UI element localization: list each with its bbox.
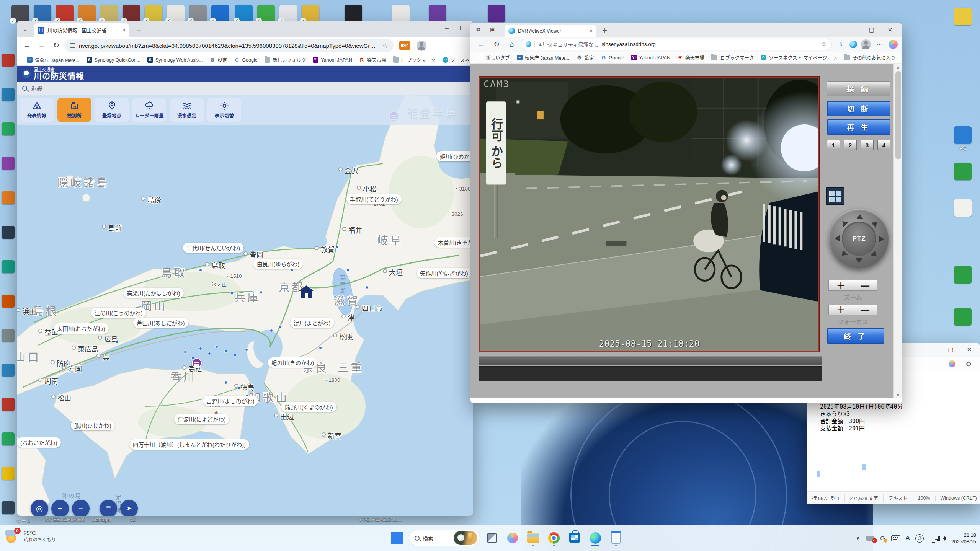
station-dot[interactable] [270, 329, 273, 332]
desktop-app-icon[interactable] [345, 5, 362, 22]
desktop-app-icon[interactable] [2, 467, 15, 480]
scroll-down-icon[interactable]: ∨ [894, 392, 902, 398]
tab-actions-icon[interactable]: ▣ [490, 26, 495, 33]
river-label-chip[interactable]: 由良川(ゆらがわ) [253, 259, 303, 269]
river-label-chip[interactable]: 矢作川(やはぎがわ) [416, 268, 472, 278]
desktop-app-icon[interactable]: ✓ [302, 5, 319, 22]
river-label-chip[interactable]: 芦田川(あしだがわ) [133, 318, 188, 328]
scroll-up-icon[interactable]: ∧ [894, 64, 902, 70]
store-button[interactable] [566, 529, 583, 547]
dvr-home-icon[interactable]: ⌂ [505, 38, 518, 51]
tool-flood-button[interactable]: 浸水想定 [170, 98, 204, 122]
desktop-app-icon[interactable] [2, 260, 15, 273]
bookmark-item[interactable]: R楽天市場 [356, 55, 389, 65]
channel-2-button[interactable]: 2 [844, 140, 857, 150]
desktop-app-icon[interactable] [954, 266, 972, 284]
tool-radar-button[interactable]: レーダー雨量 [132, 98, 166, 122]
desktop-app-icon[interactable] [2, 398, 15, 411]
edge-taskbar-button[interactable] [586, 529, 604, 547]
tool-gear-button[interactable]: 表示切替 [207, 98, 241, 122]
copilot-taskbar-button[interactable] [504, 529, 521, 547]
river-label-chip[interactable]: 太田川(おおたがわ) [54, 323, 109, 334]
reload-icon[interactable]: ↻ [50, 39, 63, 52]
river-label-chip[interactable]: 熊野川(くまのがわ) [281, 402, 336, 412]
zoom-out-button[interactable]: − [72, 500, 90, 516]
desktop-app-icon[interactable] [2, 157, 15, 170]
address-bar[interactable]: river.go.jp/kawabou/mb?zm=8&clat=34.9985… [64, 39, 394, 52]
river-label-chip[interactable]: (おおいたがわ) [17, 437, 61, 448]
ptz-arrow-5[interactable] [840, 250, 848, 258]
station-dot[interactable] [215, 345, 218, 348]
downloads-icon[interactable]: ⇩ [834, 38, 847, 51]
station-dot[interactable] [335, 246, 338, 249]
volume-icon[interactable] [943, 536, 946, 540]
file-explorer-button[interactable] [524, 529, 542, 547]
site-controls-icon[interactable] [70, 43, 75, 48]
notepad-maximize-button[interactable]: ▢ [942, 343, 959, 356]
desktop-app-icon[interactable]: ✓ [235, 5, 253, 22]
bookmark-item[interactable]: GGoogle [598, 54, 627, 62]
copilot-icon[interactable] [949, 360, 956, 367]
dvr-new-tab-button[interactable]: ＋ [602, 26, 608, 34]
desktop-app-icon[interactable]: ✓ [78, 5, 96, 22]
station-dot[interactable] [366, 286, 369, 289]
bookmark-item[interactable]: SSynology Web Assis... [144, 56, 206, 64]
ptz-arrow-4[interactable] [856, 258, 862, 263]
ime-mode-icon[interactable]: A [906, 535, 910, 542]
forward-icon[interactable]: → [35, 39, 48, 52]
desktop-app-icon[interactable] [488, 5, 505, 22]
notepad-taskbar-button[interactable] [607, 529, 625, 547]
focus-control[interactable]: ＋— [828, 305, 877, 315]
desktop-app-icon[interactable]: ✓ [34, 5, 51, 22]
ptz-arrow-0[interactable] [856, 214, 863, 219]
dvr-maximize-button[interactable]: ▢ [863, 23, 880, 36]
desktop-app-icon[interactable] [954, 199, 972, 217]
desktop-app-icon[interactable] [2, 54, 15, 67]
desktop-app-icon[interactable]: ✓ [167, 5, 185, 22]
notepad-minimize-button[interactable]: ─ [924, 343, 941, 356]
profile-avatar[interactable] [416, 41, 426, 51]
desktop-app-icon[interactable] [2, 191, 15, 204]
settings-gear-icon[interactable]: ⚙ [966, 360, 972, 368]
desktop-app-icon[interactable] [2, 88, 15, 101]
bookmark-item[interactable]: IE ブックマーク [708, 53, 757, 62]
ie-badge-icon[interactable] [849, 41, 857, 48]
tool-pin-button[interactable]: 登録地点 [95, 98, 129, 122]
desktop-app-icon[interactable] [2, 501, 15, 514]
desktop-app-icon[interactable] [2, 432, 15, 445]
bookmark-item[interactable]: Y!Yahoo! JAPAN [628, 54, 674, 62]
clock[interactable]: 21:18 2025/08/15 [951, 532, 976, 545]
bookmark-star-icon[interactable]: ☆ [382, 42, 388, 50]
river-label-chip[interactable]: 姫川(ひめかわ) [436, 151, 473, 161]
tool-warning-button[interactable]: 発表情報 [20, 98, 54, 122]
river-label-chip[interactable]: 吉野川(よしのがわ) [203, 396, 258, 406]
station-dot[interactable] [290, 269, 293, 272]
station-dot[interactable] [116, 341, 119, 344]
tray-chevron-icon[interactable]: ∧ [856, 535, 860, 542]
station-dot[interactable] [234, 354, 237, 357]
share-button[interactable]: ➤ [120, 500, 138, 516]
bookmark-item[interactable]: IE ブックマーク [390, 55, 439, 65]
ptz-arrow-6[interactable] [835, 235, 840, 242]
scroll-thumb[interactable] [895, 71, 901, 159]
desktop-app-icon[interactable]: ✓ [100, 5, 118, 22]
notepad-close-button[interactable]: ✕ [961, 343, 978, 356]
onedrive-error-icon[interactable] [866, 536, 875, 541]
station-dot[interactable] [260, 291, 263, 294]
desktop-app-icon[interactable]: ✓ [145, 5, 162, 22]
desktop-app-icon[interactable]: ✓ [11, 5, 29, 22]
disconnect-button[interactable]: 切 断 [827, 101, 890, 116]
station-dot[interactable] [224, 350, 227, 353]
other-favorites[interactable]: その他のお気に入り [844, 54, 898, 61]
desktop-app-icon[interactable]: ✓ [211, 5, 229, 22]
zoom-in-button[interactable]: + [51, 500, 69, 516]
focus-plus[interactable]: ＋ [836, 305, 845, 315]
chrome-maximize-button[interactable] [460, 26, 464, 30]
desktop-app-icon[interactable] [2, 122, 15, 135]
bookmark-item[interactable]: ◠ソースネクスト マイページ [758, 53, 830, 62]
channel-4-button[interactable]: 4 [877, 140, 890, 150]
tray-app-icon[interactable]: J [915, 534, 924, 543]
bookmark-item[interactable]: 新しいフォルダ [261, 55, 309, 65]
tab-search-icon[interactable]: ⌄ [21, 25, 30, 34]
river-label-chip[interactable]: 木曽川(きそがわ) [434, 237, 473, 248]
